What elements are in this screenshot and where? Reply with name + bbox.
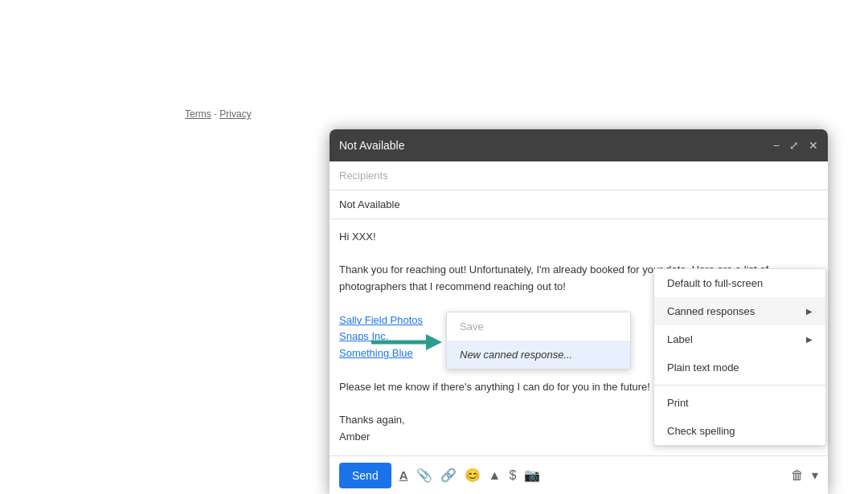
subject-text: Not Available bbox=[339, 198, 400, 210]
new-canned-response-item[interactable]: New canned response... bbox=[447, 341, 630, 369]
recipients-field[interactable]: Recipients bbox=[330, 161, 828, 190]
terms-privacy-links: Terms - Privacy bbox=[185, 108, 252, 120]
context-menu-check-spelling[interactable]: Check spelling bbox=[654, 417, 825, 445]
context-menu-default-fullscreen[interactable]: Default to full-screen bbox=[654, 269, 825, 297]
close-icon[interactable]: ✕ bbox=[809, 139, 818, 152]
context-menu-plain-text[interactable]: Plain text mode bbox=[654, 353, 825, 382]
context-menu-label[interactable]: Label ▶ bbox=[654, 325, 825, 353]
arrow-indicator bbox=[371, 331, 444, 353]
more-options-icon[interactable]: ▾ bbox=[812, 467, 818, 483]
terms-link[interactable]: Terms bbox=[185, 108, 211, 120]
attach-icon[interactable]: 📎 bbox=[416, 467, 432, 483]
emoji-icon[interactable]: 😊 bbox=[465, 467, 481, 483]
svg-marker-1 bbox=[426, 334, 442, 350]
arrow-svg bbox=[371, 331, 444, 353]
photo-icon[interactable]: 📷 bbox=[524, 467, 540, 483]
context-menu-canned-responses[interactable]: Canned responses ▶ bbox=[654, 297, 825, 325]
save-item: Save bbox=[447, 312, 630, 341]
recipients-placeholder: Recipients bbox=[339, 169, 388, 182]
context-menu-divider bbox=[654, 385, 825, 386]
link1[interactable]: Sally Field Photos bbox=[339, 314, 423, 326]
dollar-icon[interactable]: $ bbox=[509, 468, 516, 483]
delete-icon[interactable]: 🗑 bbox=[791, 468, 804, 483]
send-button[interactable]: Send bbox=[339, 463, 391, 488]
compose-toolbar: Send A 📎 🔗 😊 ▲ $ 📷 🗑 ▾ bbox=[330, 455, 828, 494]
context-menu-print[interactable]: Print bbox=[654, 389, 825, 417]
canned-responses-submenu-arrow: ▶ bbox=[806, 307, 813, 316]
compose-header: Not Available − ⤢ ✕ bbox=[330, 129, 828, 161]
label-submenu-arrow: ▶ bbox=[806, 335, 813, 344]
drive-icon[interactable]: ▲ bbox=[489, 468, 502, 483]
expand-icon[interactable]: ⤢ bbox=[789, 139, 799, 152]
compose-title: Not Available bbox=[339, 139, 404, 152]
compose-header-icons: − ⤢ ✕ bbox=[773, 139, 818, 152]
privacy-link[interactable]: Privacy bbox=[219, 108, 251, 120]
format-underline-icon[interactable]: A bbox=[399, 468, 408, 482]
link-icon[interactable]: 🔗 bbox=[440, 467, 457, 483]
context-menu: Default to full-screen Canned responses … bbox=[653, 268, 826, 446]
greeting-text: Hi XXX! bbox=[339, 229, 818, 246]
save-dropdown: Save New canned response... bbox=[446, 312, 631, 369]
minimize-icon[interactable]: − bbox=[773, 139, 780, 152]
subject-field[interactable]: Not Available bbox=[330, 190, 828, 219]
